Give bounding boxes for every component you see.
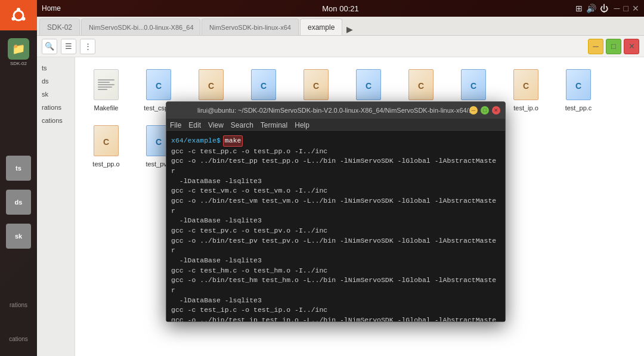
- terminal-titlebar: lirui@ubuntu: ~/SDK-02/NimServoSDK-bin-V…: [166, 102, 505, 119]
- window-max-btn[interactable]: □: [606, 39, 621, 54]
- terminal-output-line-4: gcc -o ../bin/test_vm test_vm.o -L../bin…: [171, 196, 500, 216]
- file-name-test_pp.c: test_pp.c: [565, 104, 592, 112]
- terminal-output-line-7: gcc -o ../bin/test_pv test_pv.o -L../bin…: [171, 236, 500, 256]
- fm-sidebar-item-cations[interactable]: cations: [37, 114, 75, 126]
- terminal-output-line-3: gcc -c test_vm.c -o test_vm.o -I../inc: [171, 186, 500, 196]
- file-icon-test_csp.o: C: [197, 68, 225, 101]
- terminal-content[interactable]: x64/example$ makegcc -c test_pp.c -o tes…: [166, 132, 505, 321]
- volume-icon[interactable]: 🔊: [586, 4, 596, 13]
- sidebar-item-ts[interactable]: ts: [2, 152, 35, 184]
- sidebar-item-sk[interactable]: sk: [2, 220, 35, 252]
- fm-sidebar-item-sk[interactable]: sk: [37, 88, 75, 100]
- tab-example[interactable]: example: [300, 18, 342, 35]
- terminal-output-line-1: gcc -o ../bin/test_pp test_pp.o -L../bin…: [171, 156, 500, 176]
- file-icon-test_csv.o: C: [302, 68, 330, 101]
- svg-point-2: [17, 8, 20, 11]
- terminal-menu-file[interactable]: File: [170, 121, 181, 129]
- terminal-output-line-2: -lDataBase -lsqlite3: [171, 177, 500, 187]
- panel-right: ⊞ 🔊 ⏻ ─ □ ✕: [575, 4, 639, 13]
- file-name-Makefile: Makefile: [94, 104, 119, 112]
- fm-sidebar-item-rations[interactable]: rations: [37, 101, 75, 113]
- sidebar-item-sdk02[interactable]: 📁 SDK-02: [2, 36, 35, 68]
- file-name-test_ip.o: test_ip.o: [513, 104, 538, 112]
- tab-sdk02[interactable]: SDK-02: [39, 18, 80, 35]
- sidebar-home-button[interactable]: [0, 0, 37, 30]
- panel-left: Home: [42, 4, 61, 13]
- panel-clock: Mon 00:21: [322, 4, 358, 13]
- svg-point-3: [12, 17, 16, 20]
- file-icon-test_hm.c: C: [354, 68, 383, 101]
- terminal-output-line-11: -lDataBase -lsqlite3: [171, 296, 500, 306]
- terminal-title: lirui@ubuntu: ~/SDK-02/NimServoSDK-bin-V…: [197, 107, 474, 114]
- sidebar-item-cations[interactable]: cations: [2, 323, 35, 355]
- terminal-output-line-9: gcc -c test_hm.c -o test_hm.o -I../inc: [171, 266, 500, 276]
- terminal-output-line-8: -lDataBase -lsqlite3: [171, 256, 500, 266]
- list-view-button[interactable]: ☰: [61, 39, 76, 54]
- tab-nimsdk-x64[interactable]: NimServoSDK-bin-linux-x64: [202, 18, 299, 35]
- file-icon-test_ip.c: C: [459, 68, 488, 101]
- fm-sidebar-item-ds[interactable]: ds: [37, 75, 75, 87]
- file-icon-test_hm.o: C: [407, 68, 435, 101]
- sidebar-item-sdk02-label: SDK-02: [10, 61, 27, 66]
- window-min-btn[interactable]: ─: [588, 39, 603, 54]
- network-icon: ⊞: [575, 4, 583, 13]
- terminal-menu-terminal[interactable]: Terminal: [261, 121, 287, 129]
- location-right: ─ □ ✕: [588, 39, 639, 54]
- file-icon-Makefile: [92, 68, 120, 101]
- terminal-command: make: [223, 135, 243, 147]
- power-icon[interactable]: ⏻: [600, 4, 608, 13]
- file-icon-test_csv.c: C: [249, 68, 278, 101]
- fm-sidebar: ts ds sk rations cations: [37, 57, 75, 356]
- home-label: Home: [42, 4, 61, 13]
- unity-sidebar: 📁 SDK-02 ts ds sk rations: [0, 0, 37, 356]
- file-item-test_pp.c[interactable]: C test_pp.c: [555, 64, 602, 116]
- terminal-output-line-13: gcc -o ../bin/test_ip test_ip.o -L../bin…: [171, 315, 500, 321]
- terminal-close-btn[interactable]: ✕: [492, 106, 500, 114]
- terminal-output-line-5: -lDataBase -lsqlite3: [171, 216, 500, 226]
- file-name-test_pp.o: test_pp.o: [92, 160, 119, 168]
- terminal-output-line-6: gcc -c test_pv.c -o test_pv.o -I../inc: [171, 226, 500, 236]
- file-icon-test_ip.o: C: [512, 68, 540, 101]
- location-bar: 🔍 ☰ ⋮ ─ □ ✕: [37, 36, 644, 57]
- file-item-Makefile[interactable]: Makefile: [82, 64, 130, 116]
- tabs-bar: SDK-02 NimServoSDK-bi...0.0-linux-X86_64…: [37, 17, 644, 36]
- window-close-btn[interactable]: ✕: [624, 39, 639, 54]
- sidebar-item-rations[interactable]: rations: [2, 289, 35, 321]
- file-item-test_pp.o[interactable]: C test_pp.o: [82, 120, 130, 172]
- terminal-output-line-10: gcc -o ../bin/test_hm test_hm.o -L../bin…: [171, 275, 500, 295]
- tab-nimsdk-x86[interactable]: NimServoSDK-bi...0.0-linux-X86_64: [81, 18, 200, 35]
- terminal-prompt-line: x64/example$ make: [171, 135, 500, 147]
- terminal-maximize-btn[interactable]: □: [481, 106, 489, 114]
- menu-button[interactable]: ⋮: [80, 39, 95, 54]
- tab-more-button[interactable]: ▶: [343, 23, 355, 35]
- terminal-menu-help[interactable]: Help: [295, 121, 309, 129]
- sidebar-item-ds[interactable]: ds: [2, 186, 35, 218]
- terminal-menu-search[interactable]: Search: [231, 121, 253, 129]
- window-maximize-icon[interactable]: □: [624, 4, 628, 13]
- file-item-test_ip.o[interactable]: C test_ip.o: [502, 64, 550, 116]
- terminal-output-line-0: gcc -c test_pp.c -o test_pp.o -I../inc: [171, 147, 500, 157]
- search-button[interactable]: 🔍: [42, 39, 57, 54]
- file-icon-test_csp.c: C: [144, 68, 173, 101]
- ubuntu-logo-icon: [9, 6, 28, 25]
- top-panel: Home Mon 00:21 ⊞ 🔊 ⏻ ─ □ ✕: [37, 0, 644, 17]
- terminal-menu-edit[interactable]: Edit: [188, 121, 201, 129]
- file-icon-test_pp.o: C: [92, 124, 120, 157]
- terminal-window: lirui@ubuntu: ~/SDK-02/NimServoSDK-bin-V…: [166, 101, 506, 322]
- terminal-output-line-12: gcc -c test_ip.c -o test_ip.o -I../inc: [171, 305, 500, 315]
- window-close-icon[interactable]: ✕: [632, 4, 639, 13]
- terminal-prompt: x64/example$: [171, 136, 221, 146]
- file-icon-test_pp.c: C: [564, 68, 593, 101]
- desktop: 📁 SDK-02 ts ds sk rations: [0, 0, 644, 356]
- window-minimize-icon[interactable]: ─: [614, 4, 620, 13]
- svg-point-4: [22, 17, 26, 20]
- terminal-menubar: FileEditViewSearchTerminalHelp: [166, 119, 505, 132]
- terminal-menu-view[interactable]: View: [208, 121, 224, 129]
- fm-sidebar-item-ts[interactable]: ts: [37, 62, 75, 74]
